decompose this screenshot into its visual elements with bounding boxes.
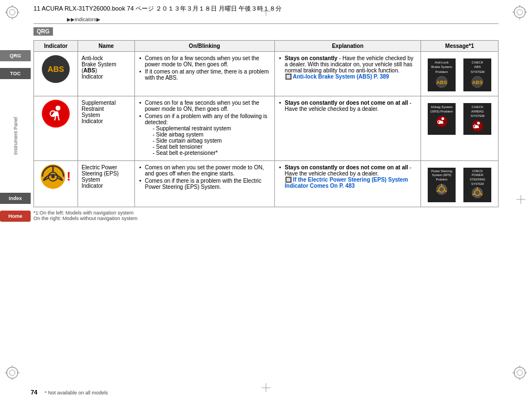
srs-on-cell: Comes on for a few seconds when you set … [134, 96, 274, 160]
eps-stays-on: Stays on constantly or does not come on … [285, 164, 408, 170]
steering-wheel-icon [41, 164, 65, 189]
footnote-1: *1:On the left: Models with navigation s… [33, 210, 499, 216]
list-item: Stays on constantly - Have the vehicle c… [278, 55, 418, 80]
eps-on-list: Comes on when you set the power mode to … [138, 164, 271, 190]
top-crosshair [262, 7, 270, 17]
eps-explanation-list: Stays on constantly or does not come on … [278, 164, 418, 189]
srs-name: SupplementalRestraintSystemIndicator [81, 100, 115, 124]
abs-message-pair: Anti-Lock Brake System Problem ABS [424, 57, 495, 92]
svg-point-12 [7, 367, 18, 378]
eps-link[interactable]: 🔲 If the Electric Power Steering (EPS) S… [285, 177, 408, 189]
svg-point-37 [56, 106, 60, 110]
srs-on-list: Comes on for a few seconds when you set … [138, 100, 271, 156]
srs-message-pair: Airbag System (SRS) Problem [424, 102, 495, 136]
srs-message-cell: Airbag System (SRS) Problem [421, 96, 499, 160]
list-item: Comes on if there is a problem with the … [138, 178, 271, 190]
sidebar-item-toc[interactable]: TOC [0, 68, 31, 79]
srs-icon [42, 100, 70, 128]
svg-text:!: ! [480, 194, 481, 198]
abs-icon-cell: ABS [34, 52, 78, 96]
abs-on-cell: Comes on for a few seconds when you set … [134, 52, 274, 96]
list-item: Comes on if a problem with any of the fo… [138, 113, 271, 156]
page-number: 74 [31, 389, 37, 396]
footnote-star: * Not available on all models [45, 390, 108, 396]
page: 11 ACURA RLX-31TY26000.book 74 ページ ２０１３年… [0, 0, 532, 400]
svg-text:!: ! [444, 191, 445, 194]
exclamation-icon: ! [66, 170, 70, 183]
abs-name: Anti-lockBrake System(ABS)Indicator [81, 55, 116, 80]
list-item: If it comes on at any other time, there … [138, 69, 271, 81]
svg-point-13 [9, 370, 15, 375]
sidebar-item-qrg[interactable]: QRG [0, 50, 31, 61]
eps-icon-cell: ! [34, 160, 78, 207]
srs-icon-cell [34, 96, 78, 160]
srs-msg-right: CHECK AIRBAG SYSTEM [463, 103, 491, 135]
header-on-blinking: On/Blinking [134, 41, 274, 52]
table-row: ! Electric PowerSteering (EPS)SystemIndi… [34, 160, 499, 207]
abs-stays-on: Stays on constantly [285, 55, 337, 61]
qrg-label: QRG [33, 27, 53, 36]
svg-point-1 [9, 9, 15, 15]
svg-point-45 [477, 121, 480, 124]
abs-icon: ABS [42, 55, 70, 83]
svg-point-0 [7, 7, 18, 18]
list-item: Comes on for a few seconds when you set … [138, 55, 271, 67]
eps-name-cell: Electric PowerSteering (EPS)SystemIndica… [78, 160, 135, 207]
abs-name-cell: Anti-lockBrake System(ABS)Indicator [78, 52, 135, 96]
abs-msg-left: Anti-Lock Brake System Problem ABS [428, 58, 456, 91]
svg-text:ABS: ABS [472, 80, 483, 85]
srs-name-cell: SupplementalRestraintSystemIndicator [78, 96, 135, 160]
abs-on-list: Comes on for a few seconds when you set … [138, 55, 271, 81]
svg-text:ABS: ABS [437, 80, 447, 85]
list-item: Stays on constantly or does not come on … [278, 164, 418, 189]
header-name: Name [78, 41, 135, 52]
corner-decoration-tr [512, 4, 528, 20]
eps-msg-right: CHECK POWER STEERING SYSTEM [463, 168, 491, 202]
list-item: Stays on constantly or does not come on … [278, 100, 418, 112]
sidebar-item-index[interactable]: Index [0, 193, 31, 204]
sidebar-item-home[interactable]: Home [0, 211, 31, 222]
corner-decoration-bl [4, 365, 20, 381]
srs-explanation-cell: Stays on constantly or does not come on … [274, 96, 421, 160]
eps-msg-left: Power Steering System (EPS) Problem [428, 168, 456, 202]
eps-name: Electric PowerSteering (EPS)SystemIndica… [81, 164, 119, 189]
abs-message-cell: Anti-Lock Brake System Problem ABS [421, 52, 499, 96]
svg-point-42 [442, 118, 444, 120]
abs-msg-right: CHECK ABS SYSTEM ABS [463, 58, 491, 91]
header-explanation: Explanation [274, 41, 421, 52]
eps-explanation-cell: Stays on constantly or does not come on … [274, 160, 421, 207]
eps-message-cell: Power Steering System (EPS) Problem [421, 160, 499, 207]
list-item: Comes on when you set the power mode to … [138, 164, 271, 177]
corner-decoration-br [512, 365, 528, 381]
eps-message-pair: Power Steering System (EPS) Problem [424, 167, 495, 203]
svg-point-19 [517, 370, 523, 375]
footnotes-area: *1:On the left: Models with navigation s… [33, 210, 499, 221]
bottom-crosshair [262, 383, 270, 393]
corner-decoration-tl [4, 4, 20, 20]
indicators-table: Indicator Name On/Blinking Explanation M… [33, 40, 499, 207]
footnote-2: On the right: Models without navigation … [33, 216, 499, 221]
header-message: Message*1 [421, 41, 499, 52]
sidebar: QRG TOC Instrument Panel Index Home [0, 50, 31, 222]
abs-explanation-cell: Stays on constantly - Have the vehicle c… [274, 52, 421, 96]
svg-point-6 [514, 7, 525, 18]
table-row: ABS Anti-lockBrake System(ABS)Indicator … [34, 52, 499, 96]
list-item: Comes on for a few seconds when you set … [138, 100, 271, 112]
abs-link[interactable]: 🔲 Anti-lock Brake System (ABS) P. 389 [285, 74, 389, 80]
srs-msg-left: Airbag System (SRS) Problem [428, 103, 456, 135]
srs-explanation-list: Stays on constantly or does not come on … [278, 100, 418, 112]
svg-point-49 [51, 175, 55, 178]
eps-icon: ! [37, 164, 74, 189]
svg-point-18 [514, 367, 525, 378]
table-row: SupplementalRestraintSystemIndicator Com… [34, 96, 499, 160]
eps-on-cell: Comes on when you set the power mode to … [134, 160, 274, 207]
main-content: ▶▶Indicators▶ QRG Indicator Name On/Blin… [31, 15, 501, 221]
srs-stays-on: Stays on constantly or does not come on … [285, 100, 408, 106]
abs-explanation-list: Stays on constantly - Have the vehicle c… [278, 55, 418, 80]
file-info: 11 ACURA RLX-31TY26000.book 74 ページ ２０１３年… [33, 4, 282, 13]
right-crosshair [516, 195, 525, 205]
svg-point-7 [517, 9, 523, 15]
instrument-panel-label: Instrument Panel [13, 117, 18, 155]
header-indicator: Indicator [34, 41, 78, 52]
